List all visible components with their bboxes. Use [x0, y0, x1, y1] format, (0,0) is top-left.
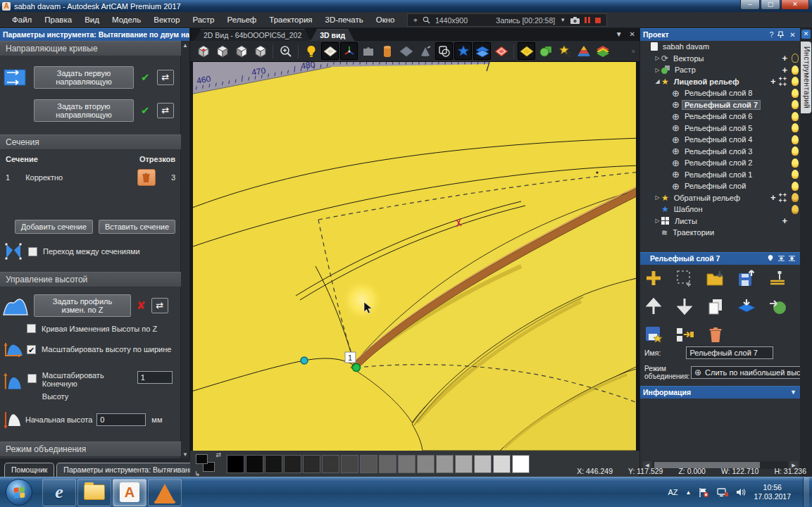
menu-item-6[interactable]: Рельеф: [221, 13, 263, 26]
project-pin-icon[interactable]: [777, 31, 787, 38]
plane-white-icon[interactable]: [321, 42, 339, 60]
palette-swatch-13[interactable]: [474, 455, 492, 473]
maximize-button[interactable]: ▢: [761, 0, 780, 10]
taskbar-ie-button[interactable]: e: [42, 479, 76, 506]
origin-axes-icon[interactable]: [340, 42, 358, 60]
layer-name-input[interactable]: Рельефный слой 7: [686, 346, 773, 359]
view-cube-side-icon[interactable]: [232, 42, 250, 60]
recorder-dropdown-icon[interactable]: ▼: [560, 17, 566, 23]
palette-swatch-2[interactable]: [265, 455, 282, 473]
view-tab-dropdown-icon[interactable]: ▼: [616, 30, 623, 38]
stack-blue-icon[interactable]: [473, 42, 491, 60]
taskbar-artcam-button[interactable]: A: [113, 479, 146, 506]
palette-swatch-12[interactable]: [455, 455, 473, 473]
set-first-guide-button[interactable]: Задать первую направляющую: [34, 66, 134, 89]
star-magnifier-icon[interactable]: [556, 42, 573, 60]
action-center-flag-icon[interactable]: [699, 488, 709, 497]
info-panel-header[interactable]: Информация ▼: [640, 386, 801, 399]
palette-swatch-8[interactable]: [379, 455, 396, 473]
diamond-red-icon[interactable]: [492, 42, 510, 60]
merge-down-icon[interactable]: [736, 296, 757, 317]
language-indicator[interactable]: AZ: [668, 488, 677, 496]
layers-multicolor-icon[interactable]: [594, 42, 611, 60]
menu-item-9[interactable]: Окно: [370, 13, 401, 26]
tab-2d-view[interactable]: 2D Вид - 64bОООPIC5d_202: [194, 29, 311, 41]
dock-close-icon[interactable]: ✕: [801, 30, 811, 39]
zoom-in-icon[interactable]: [277, 42, 294, 60]
toolbox-vertical-tab[interactable]: Инструментарий: [801, 42, 811, 113]
palette-swatch-9[interactable]: [398, 455, 416, 473]
collapsed-expander-icon[interactable]: ▷: [654, 67, 661, 73]
menu-item-7[interactable]: Траектория: [263, 13, 318, 26]
merge-mode-dropdown[interactable]: ⊕ Слить по наибольшей высоте ▼: [691, 366, 812, 379]
palette-swatch-1[interactable]: [246, 455, 263, 473]
palette-swatch-11[interactable]: [436, 455, 454, 473]
tree-item-листы[interactable]: ▷Листы+: [640, 215, 801, 227]
duplicate-icon[interactable]: [705, 296, 726, 317]
deform-dim-icon[interactable]: [416, 42, 434, 60]
tree-item-рельефный-слой-1[interactable]: ⊕Рельефный слой 1: [640, 169, 801, 181]
scale-final-checkbox[interactable]: [27, 374, 37, 383]
link-colors-icon[interactable]: ↳: [194, 470, 200, 477]
3d-canvas[interactable]: 460 470 480: [190, 62, 639, 451]
add-icon[interactable]: +: [782, 215, 787, 226]
palette-swatch-6[interactable]: [341, 455, 358, 473]
left-panel-scrollbar[interactable]: ▲▼: [180, 41, 189, 459]
stop-icon[interactable]: [595, 18, 601, 23]
second-guide-swap-button[interactable]: ⇄: [157, 103, 174, 118]
visibility-bulb-icon[interactable]: [792, 123, 799, 132]
marquee-add-icon[interactable]: [674, 268, 695, 289]
move-up-icon[interactable]: [643, 296, 664, 317]
slider-icon[interactable]: [767, 268, 788, 289]
palette-swatch-10[interactable]: [417, 455, 435, 473]
tree-item-рельефный-слой-4[interactable]: ⊕Рельефный слой 4: [640, 134, 801, 146]
visibility-bulb-icon[interactable]: [792, 170, 799, 179]
plane-dim-icon[interactable]: [397, 42, 415, 60]
puzzle-icon[interactable]: [359, 42, 377, 60]
add-layer-icon[interactable]: [643, 268, 664, 289]
scale-height-width-checkbox[interactable]: ✔: [27, 345, 36, 354]
add-section-button[interactable]: Добавить сечение: [15, 220, 93, 234]
split-icon[interactable]: [674, 324, 695, 345]
view-cube-iso-icon[interactable]: [194, 42, 212, 60]
tree-item-рельефный-слой-7[interactable]: ⊕Рельефный слой 7: [640, 99, 801, 111]
collapsed-expander-icon[interactable]: ▷: [654, 194, 661, 201]
pause-icon[interactable]: [585, 17, 590, 23]
star-blue-icon[interactable]: [454, 42, 472, 60]
move-down-icon[interactable]: [674, 296, 695, 317]
collapsed-expander-icon[interactable]: ▷: [654, 55, 661, 61]
menu-item-2[interactable]: Вид: [78, 13, 106, 26]
palette-swatch-5[interactable]: [322, 455, 339, 473]
visibility-bulb-icon[interactable]: [792, 193, 799, 202]
add-multiple-icon[interactable]: ++++: [778, 76, 787, 87]
start-button[interactable]: [6, 479, 32, 506]
tree-item-sabah-davam[interactable]: sabah davam: [640, 41, 801, 53]
menu-item-1[interactable]: Правка: [38, 13, 78, 26]
tab-3d-view[interactable]: 3D вид: [311, 29, 354, 41]
visibility-bulb-icon[interactable]: [792, 182, 799, 191]
shapes-green-icon[interactable]: [537, 42, 554, 60]
transfer-icon[interactable]: [767, 296, 788, 317]
visibility-bulb-icon[interactable]: [792, 112, 799, 121]
menu-item-3[interactable]: Модель: [106, 13, 147, 26]
visibility-bulb-icon[interactable]: [792, 65, 799, 75]
view-tab-close-icon[interactable]: ✕: [630, 30, 635, 38]
layer-collapse-icon[interactable]: [778, 256, 787, 261]
z-profile-swap-button[interactable]: ⇄: [151, 298, 168, 313]
menu-item-8[interactable]: 3D-печать: [319, 13, 370, 26]
import-layer-icon[interactable]: [705, 268, 726, 289]
palette-swatch-0[interactable]: [227, 455, 244, 473]
primary-secondary-colors[interactable]: ⇄ ↳: [196, 453, 223, 475]
visibility-bulb-icon[interactable]: [792, 77, 799, 86]
palette-swatch-4[interactable]: [303, 455, 320, 473]
height-curve-checkbox[interactable]: [27, 324, 36, 333]
tree-item-рельефный-слой-3[interactable]: ⊕Рельефный слой 3: [640, 146, 801, 158]
project-close-icon[interactable]: ✕: [788, 31, 797, 39]
tab-assistant[interactable]: Помощник: [4, 463, 54, 477]
control-point-cyan[interactable]: [301, 357, 308, 364]
project-help-icon[interactable]: ?: [767, 31, 776, 39]
tree-item-растр[interactable]: ▷Растр+: [640, 64, 801, 76]
tree-item-шаблон[interactable]: ★Шаблон: [640, 204, 801, 215]
first-guide-swap-button[interactable]: ⇄: [157, 70, 174, 85]
visibility-bulb-icon[interactable]: [792, 54, 799, 63]
